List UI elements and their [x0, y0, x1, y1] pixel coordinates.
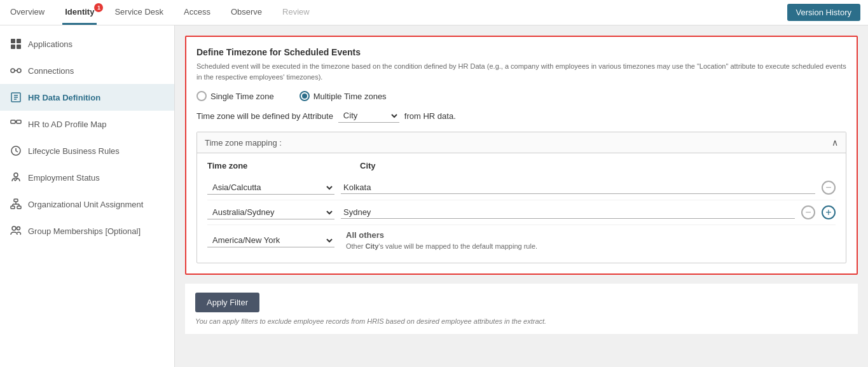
apply-filter-section: Apply Filter You can apply filters to ex… — [185, 284, 858, 334]
svg-point-4 — [11, 69, 15, 73]
svg-rect-0 — [11, 39, 15, 43]
nav-item-access[interactable]: Access — [181, 1, 213, 25]
sidebar-item-applications[interactable]: Applications — [0, 31, 174, 57]
radio-row: Single Time zone Multiple Time zones — [196, 91, 846, 101]
tz-row-2: Australia/Sydney Asia/Calcutta America/N… — [207, 200, 836, 225]
card-description: Scheduled event will be executed in the … — [196, 61, 846, 82]
timezone-card: Define Timezone for Scheduled Events Sch… — [185, 36, 858, 275]
tz-column-headers: Time zone City — [207, 161, 836, 176]
sidebar: Applications Connections HR Data Definit… — [0, 25, 175, 367]
svg-rect-3 — [17, 45, 21, 49]
hr-data-icon — [10, 92, 22, 103]
all-others-label: All others — [346, 230, 836, 240]
sidebar-label-group-memberships: Group Memberships [Optional] — [28, 226, 141, 236]
card-title: Define Timezone for Scheduled Events — [196, 47, 846, 57]
minus-icon-1: − — [825, 182, 831, 193]
attribute-select[interactable]: City Location Department — [338, 109, 399, 123]
remove-row-2-button[interactable]: − — [801, 205, 815, 219]
sidebar-item-org-unit-assignment[interactable]: Organizational Unit Assignment — [0, 191, 174, 218]
main-content: Define Timezone for Scheduled Events Sch… — [175, 25, 868, 367]
sidebar-label-applications: Applications — [28, 39, 72, 49]
sidebar-label-employment-status: Employment Status — [28, 173, 100, 183]
svg-rect-2 — [11, 45, 15, 49]
nav-item-observe[interactable]: Observe — [228, 1, 265, 25]
sidebar-label-hr-data-definition: HR Data Definition — [28, 93, 100, 102]
svg-point-15 — [14, 173, 18, 177]
identity-badge: 1 — [94, 3, 103, 12]
nav-review-label: Review — [282, 7, 310, 17]
all-others-description: Other City's value will be mapped to the… — [346, 242, 836, 250]
sidebar-item-connections[interactable]: Connections — [0, 57, 174, 84]
nav-item-review[interactable]: Review — [280, 1, 312, 25]
radio-multiple-timezones[interactable]: Multiple Time zones — [300, 91, 387, 101]
attribute-prefix: Time zone will be defined by Attribute — [196, 111, 333, 121]
sidebar-item-hr-to-ad-profile-map[interactable]: HR to AD Profile Map — [0, 111, 174, 137]
svg-rect-12 — [17, 120, 21, 123]
version-history-button[interactable]: Version History — [787, 4, 860, 21]
sidebar-item-group-memberships[interactable]: Group Memberships [Optional] — [0, 218, 174, 244]
add-row-button[interactable]: + — [822, 205, 836, 219]
lifecycle-icon — [10, 145, 22, 156]
tz-panel-body: Time zone City Asia/Calcutta Asia/Tokyo … — [197, 153, 846, 263]
tz-row-1: Asia/Calcutta Asia/Tokyo Europe/London − — [207, 176, 836, 200]
radio-circle-single — [196, 91, 207, 101]
nav-access-label: Access — [184, 7, 210, 17]
profile-map-icon — [10, 118, 22, 130]
radio-single-timezone[interactable]: Single Time zone — [196, 91, 274, 101]
sidebar-label-connections: Connections — [28, 66, 74, 76]
employment-icon — [10, 172, 22, 183]
tz-city-input-2[interactable] — [341, 206, 795, 219]
svg-rect-1 — [17, 39, 21, 43]
grid-icon — [10, 38, 22, 50]
nav-identity-label: Identity — [65, 7, 94, 17]
sidebar-item-hr-data-definition[interactable]: HR Data Definition — [0, 84, 174, 111]
nav-item-identity[interactable]: Identity 1 — [62, 1, 97, 25]
nav-item-service-desk[interactable]: Service Desk — [112, 1, 166, 25]
org-icon — [10, 198, 22, 210]
tz-select-1[interactable]: Asia/Calcutta Asia/Tokyo Europe/London — [207, 181, 334, 195]
svg-point-24 — [17, 227, 20, 230]
radio-single-label: Single Time zone — [210, 92, 274, 101]
svg-rect-17 — [11, 206, 15, 209]
tz-select-3[interactable]: America/New York Australia/Sydney Asia/C… — [207, 233, 334, 247]
all-others-section: All others Other City's value will be ma… — [341, 230, 836, 250]
main-layout: Applications Connections HR Data Definit… — [0, 25, 868, 367]
sidebar-label-lifecycle-business-rules: Lifecycle Business Rules — [28, 146, 120, 156]
tz-col-timezone-header: Time zone — [207, 161, 360, 170]
svg-rect-18 — [17, 206, 21, 209]
group-icon — [10, 225, 22, 237]
apply-filter-description: You can apply filters to exclude employe… — [195, 317, 848, 325]
nav-overview-label: Overview — [10, 7, 45, 17]
minus-icon-2: − — [805, 207, 811, 218]
timezone-mapping-panel: Time zone mapping : Time zone City Asia/… — [196, 132, 846, 263]
sidebar-item-lifecycle-business-rules[interactable]: Lifecycle Business Rules — [0, 137, 174, 164]
tz-panel-header[interactable]: Time zone mapping : — [197, 132, 846, 153]
tz-city-input-1[interactable] — [341, 181, 815, 194]
connection-icon — [10, 65, 22, 76]
tz-col-city-header: City — [360, 161, 836, 170]
tz-mapping-label: Time zone mapping : — [205, 138, 282, 148]
nav-observe-label: Observe — [231, 7, 262, 17]
nav-service-desk-label: Service Desk — [114, 7, 163, 17]
svg-point-5 — [17, 69, 21, 73]
attribute-suffix: from HR data. — [404, 111, 456, 121]
plus-icon: + — [825, 207, 831, 218]
svg-rect-11 — [11, 120, 15, 123]
svg-rect-16 — [14, 199, 18, 202]
radio-multiple-label: Multiple Time zones — [313, 92, 387, 101]
nav-items: Overview Identity 1 Service Desk Access … — [8, 1, 787, 25]
sidebar-item-employment-status[interactable]: Employment Status — [0, 164, 174, 191]
apply-filter-button[interactable]: Apply Filter — [195, 293, 259, 312]
svg-point-23 — [12, 226, 16, 230]
sidebar-label-org-unit-assignment: Organizational Unit Assignment — [28, 200, 143, 209]
collapse-icon — [832, 137, 838, 148]
tz-row-3: America/New York Australia/Sydney Asia/C… — [207, 225, 836, 255]
radio-circle-multiple — [300, 91, 310, 101]
nav-item-overview[interactable]: Overview — [8, 1, 47, 25]
remove-row-1-button[interactable]: − — [822, 181, 836, 195]
top-navigation: Overview Identity 1 Service Desk Access … — [0, 0, 868, 25]
attribute-row: Time zone will be defined by Attribute C… — [196, 109, 846, 123]
tz-select-2[interactable]: Australia/Sydney Asia/Calcutta America/N… — [207, 205, 334, 219]
sidebar-label-hr-to-ad-profile-map: HR to AD Profile Map — [28, 120, 107, 129]
